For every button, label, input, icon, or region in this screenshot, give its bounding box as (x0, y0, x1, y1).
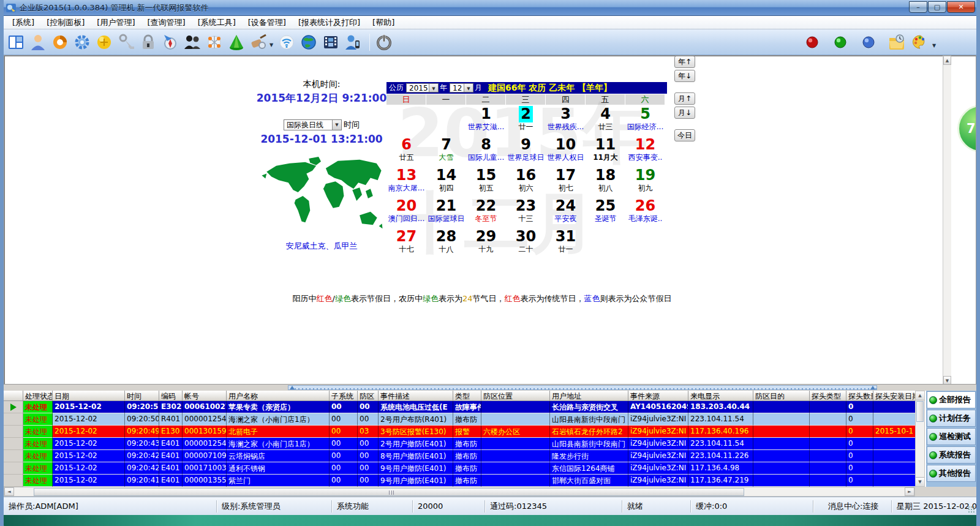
column-header-subsystem[interactable]: 子系统 (330, 391, 358, 401)
calendar-day-cell[interactable]: 26毛泽东诞.. (625, 198, 665, 228)
scroll-left-icon[interactable]: ◄ (4, 487, 14, 496)
calendar-nav-month-down[interactable]: 月↓ (674, 107, 695, 119)
calendar-day-cell[interactable]: 9世界足球日 (506, 137, 546, 167)
timezone-select[interactable]: 国际换日线 ▼ (284, 119, 342, 130)
lock-icon[interactable] (138, 32, 158, 52)
row-selector-cell[interactable] (4, 426, 23, 438)
calendar-day-cell[interactable]: 23十三 (506, 198, 546, 228)
column-header-caller[interactable]: 来电显示 (688, 391, 753, 401)
row-selector-cell[interactable] (4, 450, 23, 462)
cone-icon[interactable] (227, 32, 246, 52)
calendar-day-cell[interactable]: 14初四 (426, 167, 466, 198)
calendar-day-cell[interactable]: 30二十 (506, 228, 546, 259)
splitter-bar[interactable] (4, 385, 976, 391)
calendar-day-cell[interactable]: 27十七 (386, 228, 426, 259)
table-vertical-scrollbar[interactable]: ▲ ▼ (915, 391, 925, 487)
event-row[interactable]: 未处理2015-12-0209:20:42E401000171003通利不锈钢0… (4, 462, 915, 475)
close-button[interactable]: ✕ (947, 1, 975, 13)
month-select[interactable]: 12 ▼ (450, 83, 473, 92)
column-header-user[interactable]: 用户名称 (227, 391, 330, 401)
calendar-day-cell[interactable]: 5国际经济... (625, 106, 665, 137)
panel-button-scheduled-tasks[interactable]: 计划任务 (927, 410, 976, 427)
calendar-nav-year-down[interactable]: 年↓ (674, 70, 695, 82)
calendar-day-cell[interactable]: 2廿一 (506, 106, 546, 137)
event-row[interactable]: 未处理2015-12-0209:20:49E130000130159北箭电子00… (4, 426, 915, 438)
event-row[interactable]: 未处理2015-12-0209:20:43E401000001254海澜之家（小… (4, 438, 915, 450)
calendar-day-cell[interactable]: 19初九 (625, 167, 665, 198)
column-header-sensorcount[interactable]: 探头数量 (846, 391, 873, 401)
menu-item-report-print[interactable]: [报表统计及打印] (292, 16, 366, 29)
folder-clock-icon[interactable] (887, 32, 907, 52)
calendar-day-cell[interactable]: 1111月大 (586, 137, 625, 167)
column-header-type[interactable]: 类型 (453, 391, 481, 401)
calendar-day-cell[interactable]: 13南京大屠... (386, 167, 426, 198)
menu-item-help[interactable]: [帮助] (366, 16, 401, 29)
menu-item-query-management[interactable]: [查询管理] (141, 16, 191, 29)
column-header-zonepos[interactable]: 防区位置 (481, 391, 550, 401)
panel-button-patrol-test[interactable]: 巡检测试 (927, 428, 976, 445)
calendar-day-cell[interactable]: 10世界人权日 (546, 137, 586, 167)
chevron-down-icon[interactable]: ▼ (932, 43, 936, 48)
calendar-day-cell[interactable]: 8国际儿童... (466, 137, 506, 167)
keys-icon[interactable] (116, 32, 136, 52)
column-header-status[interactable]: 处理状态 (23, 391, 53, 401)
row-selector-cell[interactable] (4, 438, 23, 450)
scroll-up-icon[interactable]: ▲ (943, 56, 951, 65)
users-icon[interactable] (183, 32, 202, 52)
power-icon[interactable] (374, 32, 394, 52)
calendar-day-cell[interactable]: 4廿三 (586, 106, 625, 137)
row-selector-cell[interactable] (4, 475, 23, 487)
maximize-button[interactable]: ▢ (928, 1, 946, 13)
globe-icon[interactable] (299, 32, 318, 52)
calendar-day-cell[interactable]: 12西安事变.. (625, 137, 665, 167)
event-row[interactable]: 未处理2015-12-0209:20:42E401000007109云塔焖锅店0… (4, 450, 915, 462)
calendar-nav-today[interactable]: 今日 (674, 129, 695, 141)
swirl-icon[interactable] (50, 32, 70, 52)
calendar-day-cell[interactable]: 31廿一 (546, 228, 586, 259)
row-selector-cell[interactable] (4, 401, 23, 413)
calendar-day-cell[interactable]: 15初五 (466, 167, 506, 198)
menu-item-control-panel[interactable]: [控制面板] (40, 16, 91, 29)
calendar-day-cell[interactable]: 20澳门回归... (386, 198, 426, 228)
scrollbar-thumb[interactable] (34, 488, 744, 496)
content-scrollbar[interactable]: ▲ ▼ (943, 56, 951, 385)
column-header-zone[interactable]: 防区 (358, 391, 379, 401)
panel-button-other-reports[interactable]: 其他报告 (927, 465, 976, 482)
calendar-day-cell[interactable]: 6廿五 (386, 137, 426, 167)
column-header-sensortype[interactable]: 探头类型 (810, 391, 846, 401)
calendar-day-cell[interactable]: 25圣诞节 (586, 198, 625, 228)
calendar-day-cell[interactable]: 21国际篮球日 (426, 198, 466, 228)
film-icon[interactable] (321, 32, 341, 52)
calendar-nav-year-up[interactable]: 年↑ (674, 56, 695, 68)
calendar-day-cell[interactable]: 29十九 (466, 228, 506, 259)
column-header-time[interactable]: 时间 (125, 391, 159, 401)
notification-badge[interactable]: 70 (957, 105, 976, 152)
column-header-source[interactable]: 事件来源 (628, 391, 688, 401)
scrollbar-thumb[interactable] (916, 401, 924, 422)
sweep-icon[interactable] (249, 32, 268, 52)
column-header-date[interactable]: 日期 (53, 391, 125, 401)
column-header-address[interactable]: 用户地址 (550, 391, 628, 401)
row-selector-cell[interactable] (4, 413, 23, 426)
calendar-day-cell[interactable]: 16初六 (506, 167, 546, 198)
chevron-down-icon[interactable]: ▼ (332, 120, 341, 130)
calendar-day-cell[interactable]: 18初八 (586, 167, 625, 198)
phone-user-icon[interactable] (343, 32, 363, 52)
chevron-down-icon[interactable]: ▼ (270, 42, 273, 48)
column-header-sensordate[interactable]: 探头安装日期 (873, 391, 915, 401)
chevron-down-icon[interactable]: ▼ (464, 84, 473, 92)
menu-item-device-management[interactable]: [设备管理] (242, 16, 292, 29)
compass-icon[interactable] (160, 32, 180, 52)
user-icon[interactable] (28, 32, 48, 52)
event-row[interactable]: 未处理2015-12-0209:20:50R401000001254海澜之家（小… (4, 413, 915, 426)
row-selector-cell[interactable] (4, 462, 23, 475)
column-header-desc[interactable]: 事件描述 (379, 391, 453, 401)
network-icon[interactable] (205, 32, 224, 52)
calendar-day-cell[interactable]: 17初七 (546, 167, 586, 198)
scroll-down-icon[interactable]: ▼ (916, 477, 924, 486)
chevron-down-icon[interactable]: ▼ (429, 84, 438, 92)
gear-icon[interactable] (72, 32, 92, 52)
column-header-zonegoal[interactable]: 防区目的 (753, 391, 810, 401)
palette-icon[interactable] (910, 32, 930, 52)
signal-ball-icon[interactable] (94, 32, 114, 52)
